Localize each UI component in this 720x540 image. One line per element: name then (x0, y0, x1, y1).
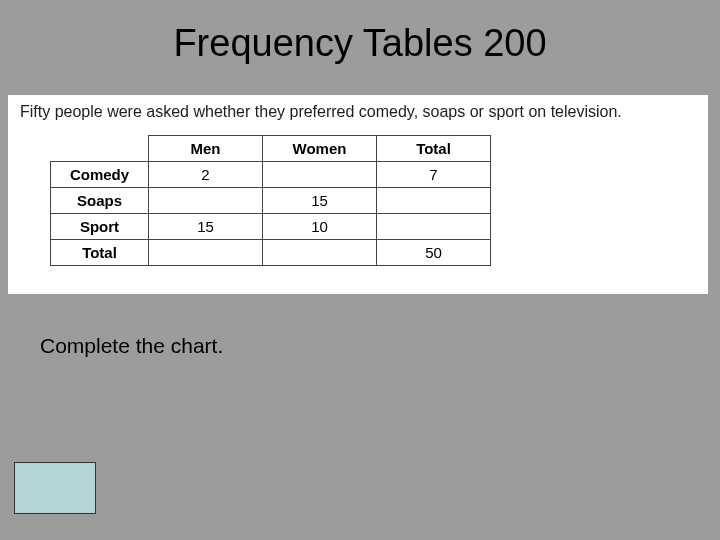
table-row: Sport 15 10 (51, 214, 491, 240)
cell-comedy-men: 2 (149, 162, 263, 188)
cell-soaps-women: 15 (263, 188, 377, 214)
col-header-women: Women (263, 136, 377, 162)
table-row: Soaps 15 (51, 188, 491, 214)
answer-button[interactable] (14, 462, 96, 514)
frequency-table: Men Women Total Comedy 2 7 Soaps 15 Spor… (50, 135, 491, 266)
instruction-text: Complete the chart. (40, 334, 720, 358)
table-row: Total 50 (51, 240, 491, 266)
cell-total-total: 50 (377, 240, 491, 266)
cell-comedy-total: 7 (377, 162, 491, 188)
cell-sport-women: 10 (263, 214, 377, 240)
table-corner (51, 136, 149, 162)
slide-title: Frequency Tables 200 (0, 0, 720, 95)
col-header-total: Total (377, 136, 491, 162)
cell-soaps-total (377, 188, 491, 214)
row-header-comedy: Comedy (51, 162, 149, 188)
question-text: Fifty people were asked whether they pre… (16, 103, 700, 131)
question-panel: Fifty people were asked whether they pre… (8, 95, 708, 294)
col-header-men: Men (149, 136, 263, 162)
table-row: Men Women Total (51, 136, 491, 162)
cell-comedy-women (263, 162, 377, 188)
cell-total-men (149, 240, 263, 266)
row-header-sport: Sport (51, 214, 149, 240)
row-header-total: Total (51, 240, 149, 266)
cell-total-women (263, 240, 377, 266)
cell-sport-total (377, 214, 491, 240)
table-row: Comedy 2 7 (51, 162, 491, 188)
cell-sport-men: 15 (149, 214, 263, 240)
cell-soaps-men (149, 188, 263, 214)
row-header-soaps: Soaps (51, 188, 149, 214)
